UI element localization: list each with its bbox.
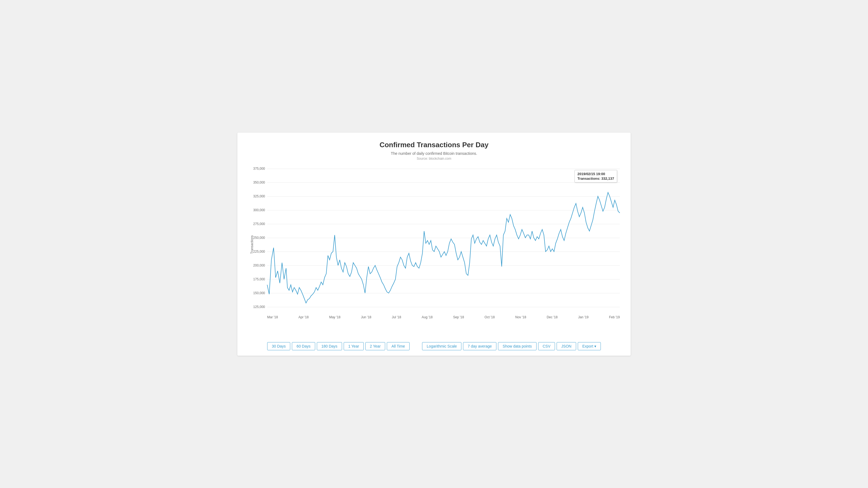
x-label: Mar '18 [267,315,278,319]
y-label: 150,000 [253,291,265,295]
x-label: Dec '18 [547,315,557,319]
chart-source: Source: blockchain.com [246,157,622,161]
option-button[interactable]: Show data points [498,342,536,350]
time-button[interactable]: 2 Year [365,342,385,350]
time-button[interactable]: 60 Days [292,342,315,350]
chart-title: Confirmed Transactions Per Day [246,141,622,149]
y-label: 300,000 [253,208,265,212]
y-label: 275,000 [253,222,265,226]
time-button[interactable]: 30 Days [267,342,290,350]
y-label: 175,000 [253,278,265,281]
x-label: Jan '19 [578,315,588,319]
x-label: Oct '18 [485,315,495,319]
y-label: 250,000 [253,236,265,240]
option-button-group: Logarithmic Scale7 day averageShow data … [422,342,601,350]
x-label: Sep '18 [453,315,464,319]
export-button[interactable]: Export ▾ [578,342,601,350]
time-button-group: 30 Days60 Days180 Days1 Year2 YearAll Ti… [267,342,410,350]
line-chart [267,169,620,307]
x-label: Nov '18 [516,315,526,319]
time-button[interactable]: 1 Year [344,342,364,350]
grid-line [267,307,620,307]
x-label: Jul '18 [392,315,401,319]
x-labels: Mar '18Apr '18May '18Jun '18Jul '18Aug '… [267,315,620,319]
x-label: Feb '19 [609,315,620,319]
y-label: 375,000 [253,167,265,170]
bottom-controls: 30 Days60 Days180 Days1 Year2 YearAll Ti… [246,342,622,350]
y-label: 350,000 [253,181,265,184]
x-label: Aug '18 [422,315,432,319]
y-label: 200,000 [253,263,265,267]
option-button[interactable]: CSV [538,342,555,350]
y-label: 325,000 [253,194,265,198]
chart-container: Confirmed Transactions Per Day The numbe… [237,133,631,356]
chart-subtitle: The number of daily confirmed Bitcoin tr… [246,151,622,156]
x-label: May '18 [329,315,340,319]
x-label: Jun '18 [361,315,371,319]
option-button[interactable]: Logarithmic Scale [422,342,461,350]
y-label: 125,000 [253,305,265,309]
chart-inner: 375,000350,000325,000300,000275,000250,0… [267,169,620,307]
option-button[interactable]: 7 day average [463,342,496,350]
x-label: Apr '18 [299,315,309,319]
option-button[interactable]: JSON [557,342,576,350]
chart-area: Transactions 375,000350,000325,000300,00… [246,166,622,323]
y-label: 225,000 [253,250,265,254]
time-button[interactable]: 180 Days [317,342,342,350]
time-button[interactable]: All Time [387,342,410,350]
